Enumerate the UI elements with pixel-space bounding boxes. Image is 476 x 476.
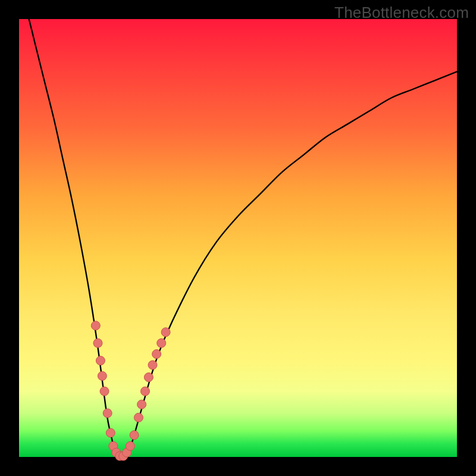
curve-marker [100, 387, 109, 396]
curve-marker [157, 339, 166, 347]
curve-marker [134, 413, 143, 422]
curve-marker [126, 441, 134, 450]
curve-marker [98, 371, 107, 380]
curve-marker [93, 339, 102, 347]
curve-marker [137, 400, 146, 409]
curve-layer [19, 19, 457, 457]
curve-marker [140, 387, 149, 396]
curve-marker [130, 431, 139, 440]
curve-marker [152, 350, 161, 359]
curve-marker [103, 409, 112, 418]
curve-marker [148, 361, 157, 369]
curve-marker [144, 373, 153, 382]
curve-markers [91, 321, 170, 461]
bottleneck-curve [19, 0, 457, 458]
curve-marker [96, 356, 105, 365]
curve-marker [91, 321, 100, 330]
curve-marker [106, 428, 115, 437]
chart-frame: TheBottleneck.com [0, 0, 476, 476]
curve-marker [161, 328, 170, 337]
